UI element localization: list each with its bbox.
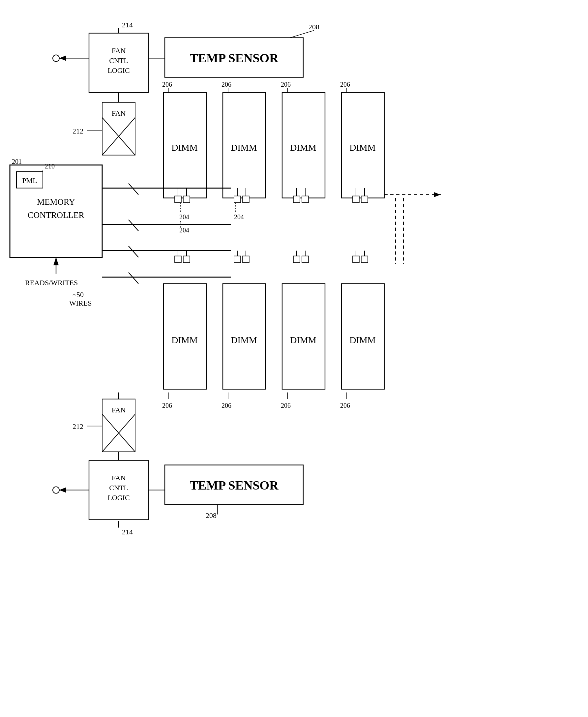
svg-marker-154	[434, 192, 440, 197]
svg-marker-130	[59, 56, 66, 61]
svg-rect-202	[243, 256, 249, 263]
svg-text:206: 206	[222, 402, 231, 409]
dimm-top-2: DIMM	[231, 142, 257, 153]
svg-line-194	[129, 273, 139, 284]
svg-text:CNTL: CNTL	[109, 56, 128, 65]
svg-text:LOGIC: LOGIC	[107, 493, 129, 502]
svg-rect-209	[353, 256, 359, 263]
svg-rect-180	[361, 196, 368, 203]
svg-text:206: 206	[340, 402, 350, 409]
svg-rect-172	[243, 196, 249, 203]
dimm-top-3: DIMM	[290, 142, 316, 153]
svg-text:206: 206	[281, 402, 291, 409]
svg-text:208: 208	[309, 23, 319, 31]
dimm-top-1: DIMM	[171, 142, 197, 153]
svg-rect-176	[302, 196, 309, 203]
svg-text:206: 206	[340, 81, 350, 88]
svg-line-192	[129, 246, 139, 257]
svg-line-166	[129, 220, 139, 231]
svg-text:214: 214	[122, 21, 133, 29]
dimm-bottom-4: DIMM	[349, 335, 375, 345]
svg-rect-168	[183, 196, 190, 203]
svg-text:~50: ~50	[72, 291, 84, 299]
svg-rect-198	[183, 256, 190, 263]
temp-sensor-bottom: TEMP SENSOR	[190, 478, 278, 492]
ref-208-bottom: 208	[206, 511, 216, 520]
svg-rect-206	[302, 256, 309, 263]
fan-cntl-logic-top: FAN	[112, 46, 126, 55]
svg-marker-236	[59, 488, 66, 493]
svg-line-127	[290, 31, 314, 38]
pml-label: PML	[22, 176, 37, 185]
svg-text:CONTROLLER: CONTROLLER	[28, 210, 85, 220]
svg-rect-171	[234, 196, 240, 203]
svg-text:204: 204	[179, 213, 189, 220]
svg-text:206: 206	[162, 402, 172, 409]
svg-text:204: 204	[234, 213, 244, 220]
svg-text:LOGIC: LOGIC	[107, 66, 129, 75]
svg-text:206: 206	[222, 81, 231, 88]
svg-rect-201	[234, 256, 240, 263]
svg-text:FAN: FAN	[112, 109, 126, 118]
dimm-bottom-3: DIMM	[290, 335, 316, 345]
svg-text:206: 206	[281, 81, 291, 88]
svg-text:FAN: FAN	[112, 406, 126, 414]
dimm-bottom-2: DIMM	[231, 335, 257, 345]
svg-rect-175	[293, 196, 300, 203]
svg-rect-167	[175, 196, 181, 203]
fan-cntl-logic-bottom: FAN	[112, 474, 126, 482]
temp-sensor-top: TEMP SENSOR	[190, 51, 278, 65]
svg-text:206: 206	[162, 81, 172, 88]
svg-marker-162	[54, 257, 59, 266]
svg-text:212: 212	[72, 127, 83, 135]
svg-text:201: 201	[12, 158, 22, 165]
memory-controller-label: MEMORY	[37, 197, 75, 207]
svg-text:210: 210	[45, 163, 55, 170]
ref-212-bottom: 212	[72, 422, 83, 430]
ref-214-bottom: 214	[122, 528, 133, 536]
svg-point-131	[53, 55, 59, 62]
svg-point-237	[53, 487, 59, 493]
svg-text:CNTL: CNTL	[109, 484, 128, 492]
svg-rect-197	[175, 256, 181, 263]
svg-text:WIRES: WIRES	[69, 299, 92, 307]
main-diagram: FAN CNTL LOGIC 214 TEMP SENSOR 208 FAN 2…	[0, 0, 588, 717]
dimm-bottom-1: DIMM	[171, 335, 197, 345]
svg-rect-205	[293, 256, 300, 263]
dimm-top-4: DIMM	[349, 142, 375, 153]
reads-writes-label: READS/WRITES	[25, 278, 78, 287]
svg-line-164	[129, 184, 139, 195]
svg-rect-179	[353, 196, 359, 203]
svg-rect-210	[361, 256, 368, 263]
